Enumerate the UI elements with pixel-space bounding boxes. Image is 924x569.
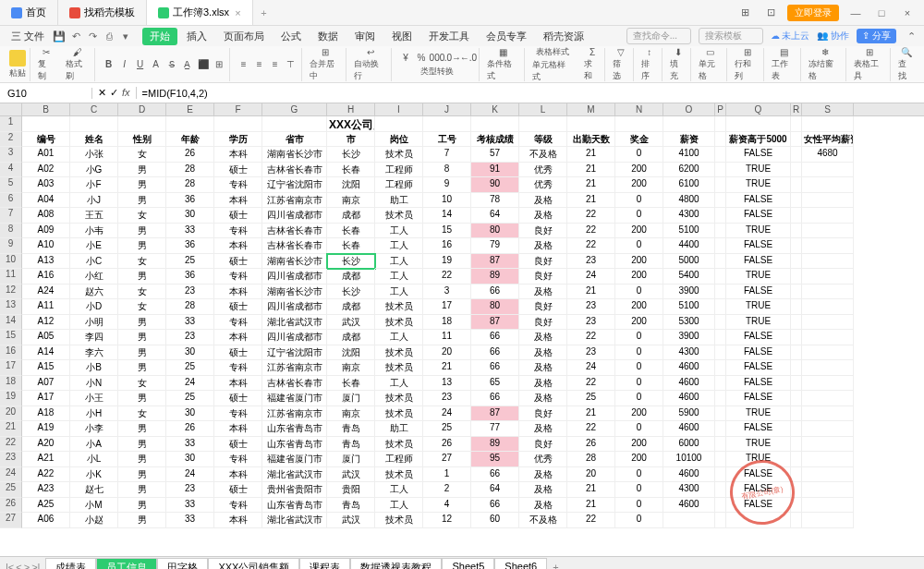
cell-header[interactable]: 姓名 bbox=[70, 132, 118, 148]
cell[interactable] bbox=[802, 299, 854, 315]
cell[interactable]: 工人 bbox=[375, 284, 423, 300]
cell[interactable] bbox=[715, 452, 726, 467]
cell[interactable]: 28 bbox=[166, 299, 214, 315]
cell[interactable]: 小韦 bbox=[70, 224, 118, 239]
cell[interactable]: 0 bbox=[615, 193, 663, 209]
cell[interactable]: 技术员 bbox=[375, 208, 423, 224]
cell[interactable] bbox=[802, 467, 854, 483]
cell[interactable]: FALSE bbox=[726, 208, 791, 224]
cell[interactable]: 80 bbox=[471, 224, 519, 239]
font-icon[interactable]: A bbox=[150, 58, 163, 71]
cell[interactable] bbox=[791, 498, 802, 514]
cell[interactable]: 30 bbox=[166, 208, 214, 224]
cell[interactable]: 厦门 bbox=[327, 391, 375, 406]
cell[interactable]: 小明 bbox=[70, 315, 118, 331]
cell[interactable] bbox=[802, 406, 854, 422]
cell[interactable]: 30 bbox=[166, 406, 214, 422]
border-icon[interactable]: ⊞ bbox=[213, 58, 225, 71]
cell[interactable] bbox=[715, 421, 726, 437]
cell-header[interactable]: 女性平均薪资 bbox=[802, 132, 854, 148]
cell[interactable] bbox=[791, 254, 802, 270]
rowcol-icon[interactable]: ⊞ bbox=[741, 47, 754, 57]
cell[interactable]: 15 bbox=[423, 224, 471, 239]
cell[interactable]: 吉林省长春市 bbox=[262, 376, 327, 392]
cell[interactable]: 22 bbox=[423, 269, 471, 284]
cell[interactable]: 91 bbox=[471, 163, 519, 178]
cell[interactable]: 专科 bbox=[214, 406, 262, 422]
cell[interactable]: 男 bbox=[118, 269, 166, 284]
align-center-icon[interactable]: ≡ bbox=[253, 58, 266, 71]
cell[interactable]: 南京 bbox=[327, 193, 375, 209]
cell[interactable] bbox=[715, 345, 726, 361]
cell[interactable] bbox=[791, 116, 802, 132]
cell[interactable]: 6200 bbox=[663, 163, 715, 178]
align-right-icon[interactable]: ≡ bbox=[269, 58, 282, 71]
cell[interactable]: 18 bbox=[423, 315, 471, 331]
cell[interactable]: 6100 bbox=[663, 177, 715, 193]
cell[interactable]: 21 bbox=[567, 498, 615, 514]
cell[interactable]: 0 bbox=[615, 376, 663, 392]
cell[interactable]: 技术员 bbox=[375, 315, 423, 331]
cell[interactable]: 0 bbox=[615, 513, 663, 528]
cell[interactable] bbox=[615, 116, 663, 132]
cell[interactable]: 4600 bbox=[663, 376, 715, 392]
cell[interactable]: 28 bbox=[166, 177, 214, 193]
cell[interactable]: 87 bbox=[471, 406, 519, 422]
cell[interactable]: 2 bbox=[423, 482, 471, 498]
cell[interactable]: 24 bbox=[567, 360, 615, 376]
cell[interactable]: 11 bbox=[423, 330, 471, 345]
cell[interactable] bbox=[663, 116, 715, 132]
cell[interactable]: A01 bbox=[22, 147, 70, 163]
col-header[interactable]: P bbox=[715, 103, 726, 115]
add-sheet-button[interactable]: + bbox=[547, 562, 564, 570]
cell[interactable]: 技术员 bbox=[375, 147, 423, 163]
cell[interactable]: 26 bbox=[166, 421, 214, 437]
doc-tab[interactable]: 工作簿3.xlsx× bbox=[147, 0, 253, 25]
cell[interactable]: 87 bbox=[471, 254, 519, 270]
cell[interactable]: 4680 bbox=[802, 147, 854, 163]
cell[interactable]: 男 bbox=[118, 330, 166, 345]
cell[interactable]: 山东省青岛市 bbox=[262, 498, 327, 514]
cell[interactable]: 0 bbox=[615, 208, 663, 224]
cell[interactable] bbox=[791, 360, 802, 376]
row-header[interactable]: 15 bbox=[0, 330, 22, 345]
cell[interactable] bbox=[802, 452, 854, 467]
ribbon-tab-稻壳资源[interactable]: 稻壳资源 bbox=[536, 28, 591, 45]
cell[interactable]: A22 bbox=[22, 467, 70, 483]
cell[interactable]: 33 bbox=[166, 498, 214, 514]
cell[interactable]: 16 bbox=[423, 238, 471, 254]
sheet-tab[interactable]: 员工信息 bbox=[96, 558, 157, 570]
cell-header[interactable]: 年龄 bbox=[166, 132, 214, 148]
find-icon[interactable]: 🔍 bbox=[900, 47, 913, 57]
doc-tab[interactable]: 首页 bbox=[0, 0, 58, 25]
cell[interactable]: 200 bbox=[615, 406, 663, 422]
col-header[interactable]: N bbox=[615, 103, 663, 115]
row-header[interactable]: 26 bbox=[0, 498, 22, 514]
cell[interactable]: 男 bbox=[118, 193, 166, 209]
cell[interactable]: 长沙 bbox=[327, 284, 375, 300]
cell[interactable]: A16 bbox=[22, 269, 70, 284]
cell[interactable]: 4600 bbox=[663, 421, 715, 437]
cell-header[interactable]: 性别 bbox=[118, 132, 166, 148]
col-header[interactable]: G bbox=[262, 103, 327, 115]
cell[interactable]: 及格 bbox=[519, 345, 567, 361]
cell[interactable]: TRUE bbox=[726, 177, 791, 193]
print-icon[interactable]: ⎙ bbox=[102, 29, 116, 43]
cell[interactable]: 硕士 bbox=[214, 299, 262, 315]
cell[interactable]: 四川省成都市 bbox=[262, 299, 327, 315]
cell[interactable]: 64 bbox=[471, 208, 519, 224]
sheet-tab[interactable]: Sheet5 bbox=[442, 558, 494, 570]
cell[interactable] bbox=[22, 116, 70, 132]
cell[interactable] bbox=[791, 452, 802, 467]
cell[interactable] bbox=[791, 376, 802, 392]
cell[interactable]: 长沙 bbox=[327, 254, 375, 270]
cell[interactable]: FALSE bbox=[726, 193, 791, 209]
cell[interactable]: 4600 bbox=[663, 391, 715, 406]
cell[interactable] bbox=[791, 147, 802, 163]
cell[interactable] bbox=[118, 116, 166, 132]
cell[interactable]: 小L bbox=[70, 452, 118, 467]
cell[interactable]: 小A bbox=[70, 437, 118, 453]
cell-header[interactable]: 薪资 bbox=[663, 132, 715, 148]
undo-icon[interactable]: ↶ bbox=[68, 29, 83, 43]
table-tools-icon[interactable]: ⊞ bbox=[863, 47, 876, 57]
